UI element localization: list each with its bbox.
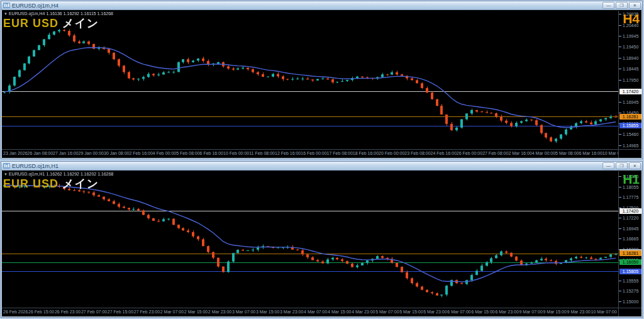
time-tick-label: 23 Jan 2026 (3, 151, 28, 158)
window-titlebar[interactable]: EURUSD.oj1m,H4 — ❐ ✕ (1, 1, 642, 10)
window-titlebar[interactable]: EURUSD.oj1m,H1 — ❐ ✕ (1, 162, 642, 171)
chart-area[interactable]: ▼ EURUSD.oj1m,H4 1.16136 1.16292 1.16115… (2, 11, 641, 158)
time-tick-label: 26 Feb 15:00 (28, 310, 54, 316)
time-tick-label: 27 Jan 16:00 (53, 151, 78, 158)
window-title: EURUSD.oj1m,H1 (12, 163, 58, 169)
time-tick-label: 6 Mar 07:00 (447, 310, 470, 316)
timeframe-badge: H1 (623, 172, 640, 187)
time-tick-label: 3 Mar 07:00 (232, 310, 255, 316)
time-tick-label: 6 Feb 16:00 (200, 151, 223, 158)
time-tick-label: 12 Feb 16:00 (275, 151, 301, 158)
time-tick-label: 18 Feb 16:00 (353, 151, 379, 158)
time-tick-label: 2 Mar 15:00 (184, 310, 208, 316)
watermark-pair: EUR USD (3, 177, 58, 190)
time-tick-label: 27 Feb 07:00 (81, 310, 107, 316)
time-tick-label: 4 Feb 00:00 (153, 151, 176, 158)
time-tick-label: 23 Feb 08:00 (404, 151, 430, 158)
time-tick-label: 16 Feb 00:00 (301, 151, 326, 158)
time-tick-label: 27 Feb 23:00 (134, 310, 160, 316)
time-tick-label: 2 Mar 07:00 (160, 310, 184, 316)
time-tick-label: 2 Mar 16:00 (508, 151, 531, 158)
time-tick-label: 6 Mar 16:00 (579, 151, 602, 158)
chart-area[interactable]: ▼ EURUSD.oj1m,H1 1.16262 1.16292 1.16202… (2, 171, 641, 316)
price-level-box: 1.16281 (619, 114, 641, 120)
time-tick-label: 24 Feb 16:00 (431, 151, 457, 158)
time-tick-label: 27 Feb 08:00 (482, 151, 508, 158)
ohlc-readout: ▼ EURUSD.oj1m,H4 1.16136 1.16292 1.16115… (4, 11, 113, 16)
close-button[interactable]: ✕ (629, 162, 641, 169)
timeframe-badge: H4 (623, 11, 640, 26)
time-tick-label: 6 Mar 23:00 (495, 310, 518, 316)
time-tick-label: 9 Mar 07:00 (519, 310, 542, 316)
mdi-workspace: EURUSD.oj1m,H4 — ❐ ✕ ▼ EURUSD.oj1m,H4 1.… (0, 0, 644, 319)
time-tick-label: 2 Mar 23:00 (208, 310, 231, 316)
time-tick-label: 26 Feb 00:00 (457, 151, 482, 158)
watermark-suffix: メイン (58, 177, 99, 190)
time-tick-label: 27 Feb 15:00 (108, 310, 133, 316)
price-tick: 1.19945 (619, 33, 641, 38)
price-level-box: 1.17420 (619, 89, 641, 94)
time-tick-label: 4 Mar 15:00 (328, 310, 351, 316)
price-tick: 1.15555 (619, 278, 641, 283)
ohlc-symbol: EURUSD.oj1m,H1 (9, 172, 45, 176)
price-tick: 1.16945 (619, 99, 641, 104)
price-tick: 1.15000 (619, 299, 641, 304)
price-level-box: 1.16050 (619, 259, 641, 265)
candlestick-plot[interactable] (2, 171, 618, 308)
price-tick: 1.14965 (619, 143, 641, 148)
price-level-box: 1.16281 (619, 250, 641, 256)
price-level-box: 1.15855 (619, 123, 641, 128)
minimize-button[interactable]: — (602, 2, 614, 9)
time-tick-label: 30 Jan 08:00 (104, 151, 129, 158)
time-tick-label: 3 Mar 15:00 (256, 310, 279, 316)
price-tick: 1.19450 (619, 45, 641, 50)
time-tick-label: 5 Mar 23:00 (423, 310, 447, 316)
time-tick-label: 10 Feb 00:00 (223, 151, 249, 158)
chart-watermark: EUR USD メイン (3, 176, 99, 191)
dropdown-arrow-icon[interactable]: ▼ (4, 172, 8, 176)
time-tick-label: 17 Feb 08:00 (327, 151, 353, 158)
time-tick-label: 20 Feb 00:00 (379, 151, 404, 158)
dropdown-arrow-icon[interactable]: ▼ (4, 12, 8, 16)
price-tick: 1.15460 (619, 132, 641, 137)
time-tick-label: 11 Feb 08:00 (249, 151, 275, 158)
time-tick-label: 9 Mar 15:00 (543, 310, 567, 316)
axis-corner (618, 308, 641, 316)
ohlc-symbol: EURUSD.oj1m,H4 (9, 11, 45, 16)
price-tick: 1.16945 (619, 226, 641, 231)
chart-icon (3, 3, 10, 8)
restore-button[interactable]: ❐ (616, 162, 628, 169)
candlestick-plot[interactable] (2, 11, 618, 149)
price-tick: 1.17950 (619, 77, 641, 82)
time-tick-label: 4 Mar 07:00 (304, 310, 327, 316)
price-tick: 1.17775 (619, 195, 641, 200)
time-tick-label: 5 Mar 15:00 (399, 310, 423, 316)
window-title: EURUSD.oj1m,H4 (12, 3, 58, 9)
time-tick-label: 26 Feb 2026 (3, 310, 28, 316)
chart-watermark: EUR USD メイン (3, 16, 99, 31)
time-axis[interactable]: 23 Jan 202626 Jan 08:0027 Jan 16:0029 Ja… (2, 149, 618, 158)
chart-window-h1: EURUSD.oj1m,H1 — ❐ ✕ ▼ EURUSD.oj1m,H1 1.… (1, 161, 643, 318)
time-tick-label: 29 Jan 00:00 (79, 151, 104, 158)
price-level-box: 1.15805 (619, 269, 641, 274)
price-tick: 1.18940 (619, 56, 641, 61)
price-scale[interactable]: 1.209351.204401.199451.194501.189401.184… (618, 11, 641, 149)
price-tick: 1.16665 (619, 237, 641, 242)
restore-button[interactable]: ❐ (616, 2, 628, 9)
ohlc-values: 1.16262 1.16292 1.16202 1.16268 (46, 172, 113, 176)
price-scale[interactable]: 1.183301.180551.177751.175001.172201.169… (618, 171, 641, 308)
ohlc-readout: ▼ EURUSD.oj1m,H1 1.16262 1.16292 1.16202… (4, 172, 114, 176)
axis-corner (618, 149, 641, 158)
time-axis[interactable]: 26 Feb 202626 Feb 15:0026 Feb 23:0027 Fe… (2, 308, 618, 316)
ohlc-values: 1.16136 1.16292 1.16115 1.16268 (46, 11, 113, 16)
time-tick-label: 10 Mar 07:00 (591, 310, 617, 316)
close-button[interactable]: ✕ (629, 2, 641, 9)
time-tick-label: 4 Mar 23:00 (352, 310, 375, 316)
price-tick: 1.15275 (619, 289, 641, 294)
time-tick-label: 3 Mar 23:00 (280, 310, 303, 316)
time-tick-label: 4 Mar 00:00 (532, 151, 555, 158)
time-tick-label: 2 Feb 16:00 (129, 151, 152, 158)
time-tick-label: 9 Mar 23:00 (567, 310, 591, 316)
chart-icon (3, 163, 10, 169)
minimize-button[interactable]: — (602, 162, 614, 169)
